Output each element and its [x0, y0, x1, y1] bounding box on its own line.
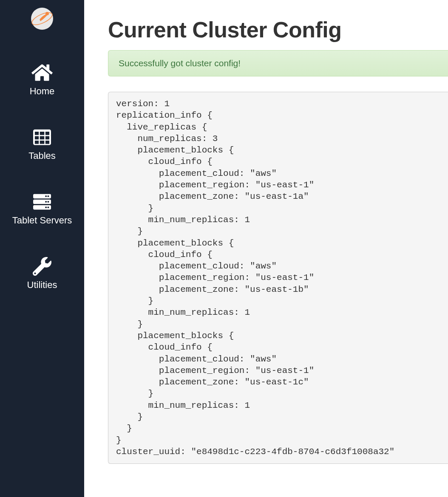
sidebar: Home Tables Tablet Servers Utilities: [0, 0, 84, 497]
alert-message: Successfully got cluster config!: [119, 58, 241, 68]
sidebar-item-label: Utilities: [27, 280, 57, 291]
wrench-icon: [30, 257, 54, 275]
home-icon: [30, 64, 54, 82]
page-title: Current Cluster Config: [108, 17, 448, 42]
sidebar-item-label: Tables: [28, 150, 56, 161]
table-icon: [30, 128, 54, 146]
svg-point-2: [45, 12, 49, 15]
sidebar-item-tables[interactable]: Tables: [0, 121, 84, 169]
sidebar-item-label: Tablet Servers: [12, 215, 72, 226]
server-icon: [30, 193, 54, 211]
main-content: Current Cluster Config Successfully got …: [84, 0, 448, 497]
app-logo[interactable]: [30, 7, 54, 31]
config-output: version: 1 replication_info { live_repli…: [108, 92, 448, 464]
sidebar-item-tablet-servers[interactable]: Tablet Servers: [0, 185, 84, 234]
sidebar-item-home[interactable]: Home: [0, 56, 84, 104]
success-alert: Successfully got cluster config!: [108, 50, 448, 76]
sidebar-item-label: Home: [30, 86, 55, 97]
sidebar-item-utilities[interactable]: Utilities: [0, 250, 84, 298]
